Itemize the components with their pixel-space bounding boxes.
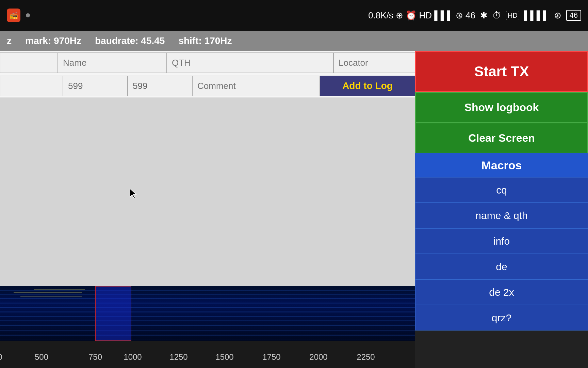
form-row2: Add to Log <box>0 74 415 97</box>
name-input[interactable] <box>58 52 167 73</box>
comment-input[interactable] <box>192 76 320 96</box>
freq2-input[interactable] <box>0 76 63 96</box>
add-to-log-button[interactable]: Add to Log <box>320 76 415 96</box>
status-bar: 📻 0.8K/s ⊕ ⏰ HD ▌▌▌ ⊛ 46 ✱ ⏱ HD ▌▌▌▌ ⊛ 4… <box>0 0 588 31</box>
form-row1 <box>0 51 415 74</box>
wf-marker-left <box>95 286 96 341</box>
battery-indicator: 46 <box>566 10 581 21</box>
rst-rcvd-input[interactable] <box>128 76 192 96</box>
hd-badge: HD <box>506 11 519 20</box>
rst-sent-input[interactable] <box>63 76 128 96</box>
clear-screen-button[interactable]: Clear Screen <box>415 123 588 153</box>
freq-label-2250: 2250 <box>357 352 375 362</box>
sidebar: Start TX Show logbook Clear Screen Macro… <box>415 51 588 368</box>
signal-bars-icon: ▌▌▌▌ <box>524 10 549 21</box>
freq-label-750: 750 <box>88 352 102 362</box>
freq-z: z <box>7 35 12 46</box>
macro-name-qth-button[interactable]: name & qth <box>415 203 588 228</box>
status-dot <box>26 13 30 17</box>
macro-de2x-button[interactable]: de 2x <box>415 279 588 305</box>
wf-marker-right <box>131 286 131 341</box>
macro-info-button[interactable]: info <box>415 228 588 254</box>
freq-label-500: 500 <box>35 352 48 362</box>
freq-bar: z mark: 970Hz baudrate: 45.45 shift: 170… <box>0 31 588 51</box>
freq-label-1250: 1250 <box>169 352 187 362</box>
content-area <box>0 97 415 286</box>
macro-qrz-button[interactable]: qrz? <box>415 305 588 331</box>
app-icon: 📻 <box>7 9 20 22</box>
macro-de-button[interactable]: de <box>415 254 588 279</box>
mark-freq: mark: 970Hz <box>25 35 81 46</box>
system-info: 0.8K/s ⊕ ⏰ HD ▌▌▌ ⊛ 46 ✱ ⏱ HD ▌▌▌▌ ⊛ 46 <box>368 10 581 21</box>
locator-input[interactable] <box>333 52 415 73</box>
freq-label-2000: 2000 <box>309 352 327 362</box>
freq-label-1000: 1000 <box>124 352 142 362</box>
speed-indicator: 0.8K/s ⊕ ⏰ HD ▌▌▌ ⊛ 46 <box>368 10 475 21</box>
wf-selection-box <box>95 286 131 341</box>
macro-cq-button[interactable]: cq <box>415 177 588 203</box>
freq-label-1500: 1500 <box>215 352 233 362</box>
clock-icon: ⏱ <box>492 10 501 21</box>
bluetooth-icon: ✱ <box>480 10 488 21</box>
call-input[interactable] <box>0 52 58 73</box>
start-tx-button[interactable]: Start TX <box>415 51 588 92</box>
baudrate-info: baudrate: 45.45 <box>95 35 165 46</box>
shift-info: shift: 170Hz <box>178 35 232 46</box>
show-logbook-button[interactable]: Show logbook <box>415 92 588 123</box>
waterfall-display[interactable] <box>0 286 415 341</box>
waterfall: 0 500 750 1000 1250 1500 1750 2000 2250 <box>0 286 415 368</box>
freq-label-1750: 1750 <box>262 352 280 362</box>
wifi-icon: ⊛ <box>554 10 561 21</box>
freq-axis: 0 500 750 1000 1250 1500 1750 2000 2250 <box>0 341 415 368</box>
qth-input[interactable] <box>167 52 333 73</box>
macros-label: Macros <box>415 153 588 177</box>
freq-label-0: 0 <box>0 352 2 362</box>
